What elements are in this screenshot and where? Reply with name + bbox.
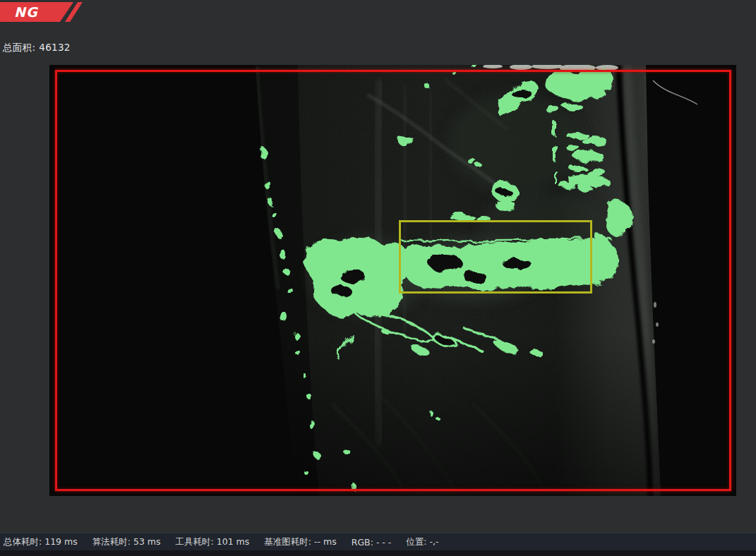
ng-badge-text: NG: [14, 4, 38, 20]
image-viewport[interactable]: [49, 65, 736, 496]
stat-tool-time: 工具耗时:101 ms: [176, 536, 250, 548]
footer-strip: [0, 550, 756, 556]
total-area-label: 总面积:: [3, 42, 35, 53]
stat-rgb: RGB:- - -: [352, 537, 392, 548]
vision-inspection-window: NG 总面积:46132: [0, 0, 756, 556]
stat-position: 位置:-,-: [406, 536, 438, 548]
total-area-readout: 总面积:46132: [3, 42, 71, 54]
ng-badge-shape: NG: [0, 1, 86, 23]
stat-total-time: 总体耗时:119 ms: [4, 536, 78, 548]
stat-reference-image-time: 基准图耗时:-- ms: [264, 536, 336, 548]
status-badge: NG: [0, 1, 86, 23]
stat-algorithm-time: 算法耗时:53 ms: [92, 536, 161, 548]
defect-roi-rect[interactable]: [399, 220, 592, 294]
total-area-value: 46132: [39, 42, 70, 53]
status-bar: 总体耗时:119 ms 算法耗时:53 ms 工具耗时:101 ms 基准图耗时…: [0, 533, 756, 550]
search-roi-rect[interactable]: [55, 70, 731, 491]
